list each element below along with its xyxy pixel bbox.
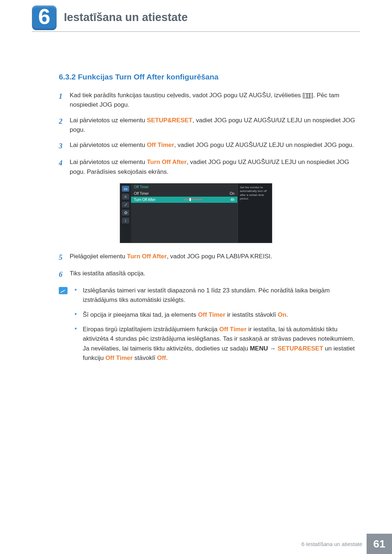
display-icon: ▭	[122, 186, 129, 192]
emphasis: Turn Off After	[127, 253, 167, 260]
section-heading: 6.3.2 Funkcijas Turn Off After konfigurē…	[59, 73, 359, 81]
emphasis: Off	[157, 354, 166, 361]
note-icon	[59, 287, 68, 294]
osd-row-turn-off-after: Turn Off After 4h	[131, 197, 237, 203]
emphasis: Off Timer	[219, 326, 246, 333]
step-number: 3	[59, 140, 68, 152]
step-4: 4 Lai pārvietotos uz elementu Turn Off A…	[59, 157, 359, 177]
step-text: Kad tiek parādīts funkcijas taustiņu ceļ…	[70, 91, 359, 110]
footer-chapter-label: 6 Iestatīšana un atiestate	[301, 541, 362, 547]
emphasis: Off Timer	[105, 354, 132, 361]
note-item: Eiropas tirgū izplatītajiem izstrādājumi…	[75, 325, 359, 363]
osd-sidebar: ▭ ≡ ⤢ ✿ i	[120, 184, 131, 243]
step-number: 6	[59, 269, 68, 280]
emphasis: Turn Off After	[147, 159, 187, 165]
step-2: 2 Lai pārvietotos uz elementu SETUP&RESE…	[59, 116, 359, 135]
note-item: Izslēgšanās taimeri var iestatīt diapazo…	[75, 286, 359, 305]
emphasis: Off Timer	[147, 141, 174, 148]
osd-hint-text: Set the monitor to automatically turn of…	[237, 184, 272, 243]
osd-main: Off Timer Off Timer On Turn Off After 4h	[131, 184, 237, 243]
header-divider	[32, 31, 360, 32]
osd-slider	[184, 199, 202, 200]
gear-icon: ✿	[122, 210, 129, 216]
osd-label: Turn Off After	[134, 198, 155, 202]
emphasis-dark: MENU	[250, 345, 268, 352]
step-text: Tiks iestatīta atlasītā opcija.	[70, 269, 359, 280]
step-6: 6 Tiks iestatīta atlasītā opcija.	[59, 269, 359, 280]
step-list: 1 Kad tiek parādīts funkcijas taustiņu c…	[59, 91, 359, 177]
step-text: Pielāgojiet elementu Turn Off After, vad…	[70, 252, 359, 263]
emphasis: Off Timer	[198, 311, 225, 318]
step-3: 3 Lai pārvietotos uz elementu Off Timer,…	[59, 140, 359, 152]
step-1: 1 Kad tiek parādīts funkcijas taustiņu c…	[59, 91, 359, 110]
note-item: Šī opcija ir pieejama tikai tad, ja elem…	[75, 310, 359, 320]
note-block: Izslēgšanās taimeri var iestatīt diapazo…	[59, 286, 359, 368]
arrow-icon: →	[268, 345, 277, 352]
osd-menu-title: Off Timer	[131, 184, 237, 190]
list-icon: ≡	[122, 194, 129, 200]
step-5: 5 Pielāgojiet elementu Turn Off After, v…	[59, 252, 359, 263]
osd-panel: ▭ ≡ ⤢ ✿ i Off Timer Off Timer On Turn Of…	[120, 183, 272, 243]
step-number: 5	[59, 252, 68, 263]
step-number: 2	[59, 116, 68, 135]
emphasis: SETUP&RESET	[147, 117, 193, 124]
note-list: Izslēgšanās taimeri var iestatīt diapazo…	[75, 286, 359, 368]
step-list-continued: 5 Pielāgojiet elementu Turn Off After, v…	[59, 252, 359, 280]
step-text: Lai pārvietotos uz elementu Turn Off Aft…	[70, 157, 359, 177]
emphasis: SETUP&RESET	[278, 345, 323, 352]
page-content: 6.3.2 Funkcijas Turn Off After konfigurē…	[0, 40, 392, 368]
osd-row-off-timer: Off Timer On	[131, 190, 237, 197]
step-text: Lai pārvietotos uz elementu Off Timer, v…	[70, 140, 359, 152]
osd-value: On	[230, 192, 234, 196]
emphasis: On	[278, 311, 286, 318]
info-icon: i	[122, 218, 129, 223]
step-number: 4	[59, 157, 68, 177]
osd-label: Off Timer	[134, 192, 149, 196]
chapter-title: Iestatīšana un atiestate	[64, 11, 188, 24]
step-text: Lai pārvietotos uz elementu SETUP&RESET,…	[70, 116, 359, 135]
chapter-number-badge: 6	[32, 5, 57, 30]
resize-icon: ⤢	[122, 202, 129, 208]
menu-icon	[305, 93, 311, 98]
osd-value: 4h	[230, 198, 234, 202]
footer-page-number: 61	[367, 534, 392, 554]
osd-screenshot: ▭ ≡ ⤢ ✿ i Off Timer Off Timer On Turn Of…	[33, 183, 359, 243]
step-number: 1	[59, 91, 68, 110]
page-header: 6 Iestatīšana un atiestate	[0, 0, 392, 40]
page-footer: 6 Iestatīšana un atiestate 61	[301, 534, 392, 554]
